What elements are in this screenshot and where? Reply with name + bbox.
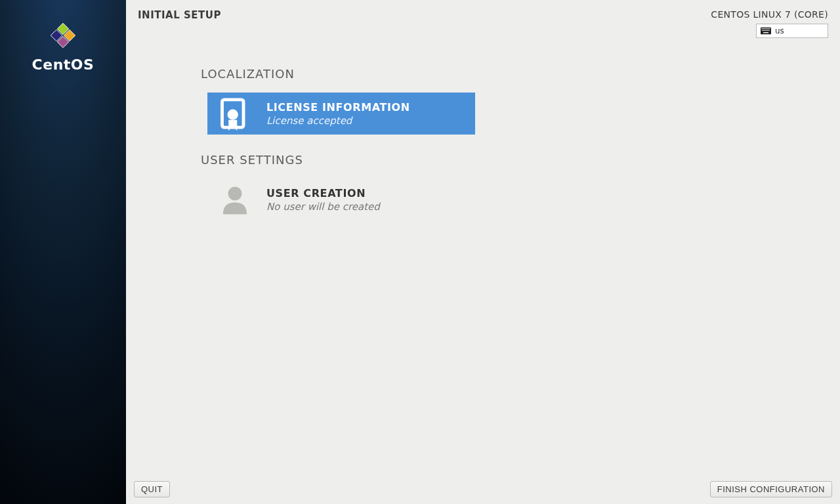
keyboard-icon (761, 27, 771, 35)
svg-rect-11 (769, 28, 770, 29)
svg-point-20 (228, 110, 238, 120)
finish-configuration-button[interactable]: FINISH CONFIGURATION (710, 481, 832, 497)
license-icon (217, 95, 253, 132)
centos-logo: CentOS (32, 21, 94, 73)
centos-logo-text: CentOS (32, 56, 94, 73)
sidebar: CentOS (0, 0, 126, 504)
spoke-title: USER CREATION (266, 187, 380, 200)
svg-rect-18 (763, 32, 768, 33)
header: INITIAL SETUP CENTOS LINUX 7 (CORE) (126, 0, 840, 38)
spoke-user-creation[interactable]: USER CREATION No user will be created (207, 178, 475, 220)
main-panel: INITIAL SETUP CENTOS LINUX 7 (CORE) (126, 0, 840, 504)
section-heading-localization: LOCALIZATION (201, 67, 840, 81)
keyboard-layout-label: us (775, 26, 784, 35)
svg-rect-17 (768, 30, 769, 31)
svg-rect-9 (766, 28, 767, 29)
os-info: CENTOS LINUX 7 (CORE) (711, 9, 828, 38)
svg-rect-8 (765, 28, 766, 29)
user-icon (217, 181, 253, 218)
content: LOCALIZATION LICENSE INFORMATION License… (126, 38, 840, 220)
svg-rect-14 (765, 30, 765, 31)
page-title: INITIAL SETUP (138, 9, 221, 21)
svg-rect-16 (767, 30, 768, 31)
footer: QUIT FINISH CONFIGURATION (126, 474, 840, 504)
svg-rect-6 (763, 28, 763, 29)
section-heading-user-settings: USER SETTINGS (201, 153, 840, 167)
spoke-status: License accepted (266, 115, 410, 127)
svg-rect-13 (763, 30, 764, 31)
spoke-license-information[interactable]: LICENSE INFORMATION License accepted (207, 93, 475, 135)
svg-rect-7 (764, 28, 765, 29)
svg-point-21 (228, 187, 242, 201)
svg-rect-12 (762, 30, 763, 31)
spoke-status: No user will be created (266, 201, 380, 213)
spoke-title: LICENSE INFORMATION (266, 101, 410, 114)
svg-rect-10 (768, 28, 768, 29)
quit-button[interactable]: QUIT (134, 481, 170, 497)
svg-rect-5 (761, 28, 762, 29)
keyboard-layout-button[interactable]: us (756, 24, 828, 38)
centos-logo-icon (49, 21, 77, 50)
svg-rect-15 (766, 30, 766, 31)
os-name: CENTOS LINUX 7 (CORE) (711, 9, 828, 20)
